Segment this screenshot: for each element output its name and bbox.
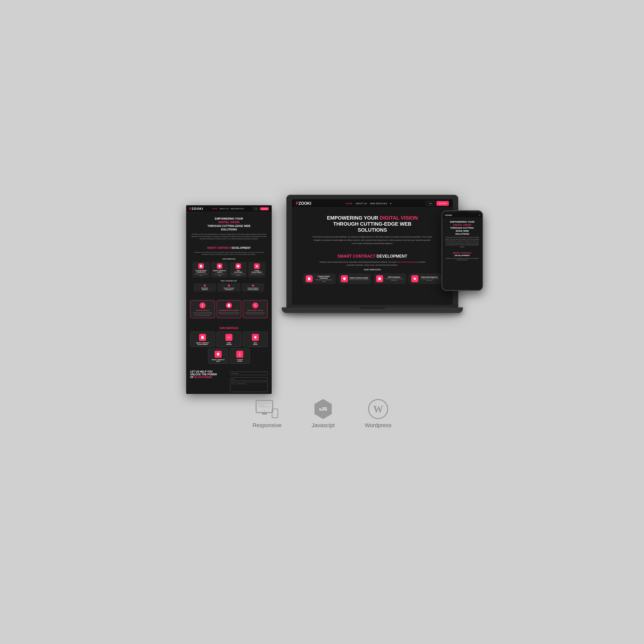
- ls-nav-links: HOME ABOUT US WEB SERVICES ▾: [346, 202, 391, 205]
- operational-icon: [252, 302, 258, 308]
- nav-btns: Cart Account: [253, 207, 269, 210]
- feature-title-2: ECOMMERCE DEVELOPMENT: [218, 310, 240, 311]
- smart-contract-section: SMART CONTRACT DEVELOPMENT Transform you…: [186, 244, 272, 295]
- hero-title: EMPOWERING YOUR DIGITAL VISION THROUGH C…: [191, 217, 267, 231]
- svg-point-8: [239, 354, 240, 355]
- service-card-2: Smart ContractAudits Ensure security and…: [211, 262, 228, 277]
- cta-form[interactable]: Submit: [230, 370, 268, 394]
- site-nav: PZOOKI HOME ABOUT US WEB SERVICES Cart A…: [186, 205, 272, 212]
- line-1: [258, 403, 271, 404]
- cta-section: LET US HELP YOUUNLOCK THE POWEROF BLOCKC…: [186, 367, 272, 394]
- laptop-base: [282, 307, 463, 313]
- ph-nav: PZOOKI ≡: [442, 213, 482, 217]
- ls-svc-4: Token Development Create ERC-20, ERC-721…: [409, 273, 441, 284]
- ls-nav-about[interactable]: ABOUT US: [355, 202, 367, 205]
- feature-title-3: OPERATIONAL TESTING: [245, 310, 266, 311]
- services2-grid: SMART CONTRACTDEVELOPMENT CODEREVIEW: [190, 332, 268, 347]
- account-button[interactable]: Account: [260, 207, 269, 210]
- creative-icon: [199, 302, 206, 308]
- ls-svc-2: Smart Contract Audits Ensure security an…: [338, 273, 371, 284]
- ph-menu-icon[interactable]: ≡: [479, 214, 480, 216]
- service-card-3: DeFiSolutions Build decentralized financ…: [230, 262, 247, 277]
- token-icon: [254, 263, 260, 269]
- tech-icons: Responsive NJS Javascipt W: [253, 399, 392, 429]
- svc-sub-4: Create ERC-20, ERC-721: [250, 273, 264, 275]
- site-logo: PZOOKI: [189, 207, 203, 211]
- hero-line3: THROUGH CUTTING-EDGE WEB: [207, 224, 250, 227]
- feature-title-1: CREATIVE DESIGNS: [192, 310, 213, 311]
- nav-about[interactable]: ABOUT US: [219, 208, 228, 210]
- ph-scd-title: SMART CONTRACTDEVELOPMENT: [445, 252, 480, 257]
- cta-name-input[interactable]: [230, 372, 268, 375]
- ls-svc-icon-2: [341, 275, 348, 282]
- ls-scd-title: SMART CONTRACT DEVELOPMENT: [302, 254, 443, 259]
- why-cards: BlockchainExpertise Security-FocusedDeve…: [190, 283, 268, 292]
- cta-title: LET US HELP YOUUNLOCK THE POWEROF BLOCKC…: [190, 370, 228, 379]
- svc-name-2: Smart ContractAudits: [213, 270, 227, 273]
- nodejs-text: NJS: [319, 407, 327, 412]
- s2-audit: SMART CONTRACTAUDIT: [208, 348, 228, 364]
- devices-area: PZOOKI HOME ABOUT US WEB SERVICES Cart A…: [186, 195, 458, 384]
- ls-nav-btns: Cart Account: [426, 201, 449, 206]
- ph-hero-title: EMPOWERING YOUR DIGITAL VISION THROUGH C…: [445, 220, 480, 235]
- smart-audit-icon: [217, 263, 222, 269]
- ls-svc-text-1: Custom Smart Contracts Tailored to your …: [314, 275, 333, 282]
- ls-svc-1: Custom Smart Contracts Tailored to your …: [303, 273, 336, 284]
- line-3: [258, 407, 271, 407]
- wp-icon-wrap: W: [367, 399, 389, 419]
- s2-code: CODEREVIEW: [217, 332, 241, 347]
- hero-highlight: DIGITAL VISION: [218, 221, 239, 224]
- s2-audit-icon: [215, 351, 222, 358]
- ls-svc-text-3: DeFi Solutions Build decentralized finan…: [385, 276, 404, 281]
- service-card-4: TokenDevelopment Create ERC-20, ERC-721: [248, 262, 265, 277]
- nodejs-icon-wrap: NJS: [312, 399, 334, 419]
- cta-message-input[interactable]: [230, 382, 268, 392]
- s2-custom: CUSTOMOFFER: [230, 348, 250, 364]
- why-choose-label: WHY CHOOSE US?: [190, 280, 268, 282]
- scd-desc: Transform your business with secure, aut…: [190, 251, 268, 256]
- services2-section: OUR SERVICES SMART CONTRACTDEVELOPMENT: [186, 324, 272, 367]
- ls-cart-btn[interactable]: Cart: [426, 201, 435, 206]
- s2-bug-icon: [252, 334, 259, 341]
- s2-name-custom: CUSTOMOFFER: [231, 359, 249, 362]
- ls-our-services: OUR SERVICES: [302, 268, 443, 271]
- mobile-preview: PZOOKI HOME ABOUT US WEB SERVICES Cart A…: [186, 205, 272, 394]
- page-wrapper: PZOOKI HOME ABOUT US WEB SERVICES Cart A…: [0, 0, 644, 644]
- svg-point-3: [202, 305, 203, 306]
- ls-nav-home[interactable]: HOME: [346, 202, 352, 205]
- services2-row2: SMART CONTRACTAUDIT CUSTOMOFFER: [190, 348, 268, 364]
- s2-name-audit: SMART CONTRACTAUDIT: [209, 359, 227, 362]
- feature-text-2: We plan, design and build ecommerce webs…: [218, 312, 240, 315]
- phone-body: PZOOKI ≡ EMPOWERING YOUR DIGITAL VISION …: [441, 210, 483, 291]
- why-dot-3: [252, 285, 254, 287]
- svc-name-4: TokenDevelopment: [250, 270, 264, 273]
- svc-name-3: DeFiSolutions: [231, 270, 245, 273]
- line-2: [258, 405, 266, 406]
- nav-home[interactable]: HOME: [212, 208, 217, 210]
- hero-line1: EMPOWERING YOUR: [215, 217, 243, 220]
- wordpress-label: Wordpress: [365, 422, 391, 429]
- why-card-1: BlockchainExpertise: [193, 283, 216, 292]
- phone-screen: PZOOKI ≡ EMPOWERING YOUR DIGITAL VISION …: [442, 213, 482, 290]
- responsive-icon-wrap: [256, 399, 278, 419]
- javascript-label: Javascipt: [312, 422, 335, 429]
- ls-scd-desc: Transform your business with secure, aut…: [317, 261, 428, 266]
- tech-javascript: NJS Javascipt: [312, 399, 335, 429]
- s2-scd-icon: [199, 334, 206, 341]
- services-row: Custom SmartContracts Tailored to your b…: [190, 262, 268, 277]
- defi-icon: [235, 263, 241, 269]
- svc-sub-2: Ensure security and integrity: [213, 273, 227, 276]
- custom-contracts-icon: [198, 263, 204, 269]
- svg-marker-10: [413, 277, 416, 280]
- ls-nav-services[interactable]: WEB SERVICES: [370, 202, 387, 205]
- cta-email-input[interactable]: [230, 377, 268, 381]
- nav-services[interactable]: WEB SERVICES: [230, 208, 244, 210]
- ls-hero: EMPOWERING YOUR DIGITAL VISION THROUGH C…: [292, 208, 453, 250]
- responsive-label: Responsive: [253, 422, 281, 429]
- service-card-1: Custom SmartContracts Tailored to your b…: [192, 262, 210, 277]
- why-card-2: Security-FocusedDevelopment: [218, 283, 240, 292]
- ls-account-btn[interactable]: Account: [436, 201, 449, 206]
- nodejs-icon: NJS: [313, 399, 333, 419]
- ph-logo: PZOOKI: [444, 214, 452, 216]
- cart-button[interactable]: Cart: [253, 207, 259, 210]
